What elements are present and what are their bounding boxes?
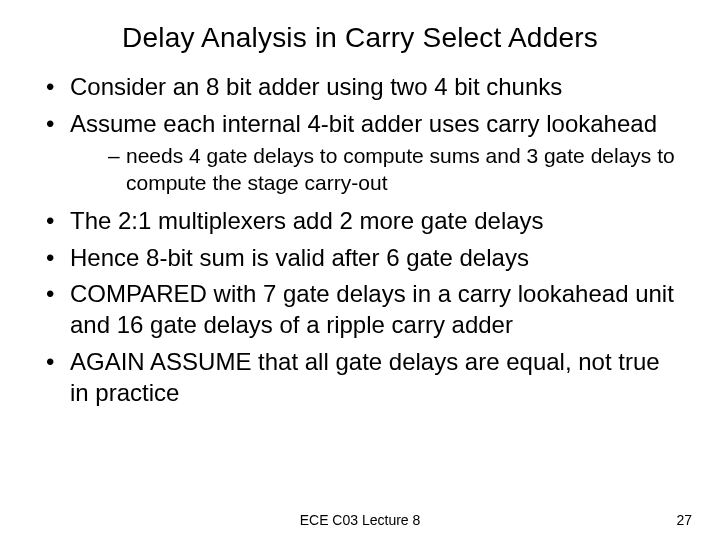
- bullet-item: Hence 8-bit sum is valid after 6 gate de…: [40, 243, 680, 274]
- sub-bullet-text: needs 4 gate delays to compute sums and …: [126, 144, 675, 193]
- bullet-item: Consider an 8 bit adder using two 4 bit …: [40, 72, 680, 103]
- bullet-text: The 2:1 multiplexers add 2 more gate del…: [70, 207, 544, 234]
- slide: Delay Analysis in Carry Select Adders Co…: [0, 0, 720, 540]
- sub-bullet-list: needs 4 gate delays to compute sums and …: [70, 143, 680, 196]
- bullet-text: Assume each internal 4-bit adder uses ca…: [70, 110, 657, 137]
- bullet-text: Hence 8-bit sum is valid after 6 gate de…: [70, 244, 529, 271]
- bullet-text: AGAIN ASSUME that all gate delays are eq…: [70, 348, 660, 406]
- bullet-item: AGAIN ASSUME that all gate delays are eq…: [40, 347, 680, 408]
- footer-center: ECE C03 Lecture 8: [0, 512, 720, 528]
- bullet-item: Assume each internal 4-bit adder uses ca…: [40, 109, 680, 196]
- page-number: 27: [676, 512, 692, 528]
- sub-bullet-item: needs 4 gate delays to compute sums and …: [108, 143, 680, 196]
- bullet-item: COMPARED with 7 gate delays in a carry l…: [40, 279, 680, 340]
- slide-title: Delay Analysis in Carry Select Adders: [40, 22, 680, 54]
- bullet-text: Consider an 8 bit adder using two 4 bit …: [70, 73, 562, 100]
- bullet-item: The 2:1 multiplexers add 2 more gate del…: [40, 206, 680, 237]
- bullet-text: COMPARED with 7 gate delays in a carry l…: [70, 280, 674, 338]
- bullet-list: Consider an 8 bit adder using two 4 bit …: [40, 72, 680, 408]
